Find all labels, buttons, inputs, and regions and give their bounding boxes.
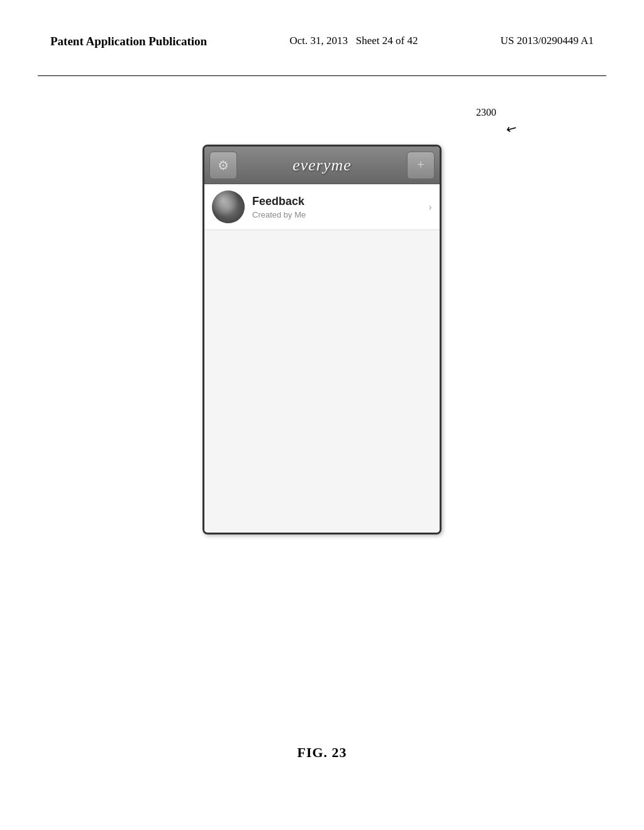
list-item[interactable]: Feedback Created by Me › [204, 184, 440, 230]
diagram-label: 2300 [476, 107, 496, 118]
app-title: everyme [292, 156, 352, 175]
list-item-title: Feedback [252, 195, 423, 208]
app-list: Feedback Created by Me › [204, 184, 440, 230]
figure-label: FIG. 23 [297, 744, 347, 761]
patent-number: US 2013/0290449 A1 [501, 35, 594, 47]
add-button[interactable]: + [407, 152, 435, 179]
phone-mockup: ⚙ everyme + Feedback Created by Me › [203, 145, 441, 534]
diagram-arrow-icon: ↙ [503, 119, 520, 137]
header-divider [38, 75, 606, 76]
chevron-right-icon: › [428, 201, 432, 214]
patent-header: Patent Application Publication Oct. 31, … [50, 35, 594, 48]
settings-button[interactable]: ⚙ [209, 152, 237, 179]
app-content-area [204, 230, 440, 534]
patent-title: Patent Application Publication [50, 35, 207, 48]
app-navbar: ⚙ everyme + [204, 147, 440, 184]
diagram-number: 2300 [476, 107, 496, 118]
plus-icon: + [417, 158, 424, 172]
patent-sheet: Sheet 24 of 42 [356, 35, 418, 47]
patent-meta: Oct. 31, 2013 Sheet 24 of 42 [289, 35, 418, 47]
list-item-subtitle: Created by Me [252, 210, 423, 219]
list-item-text: Feedback Created by Me [252, 195, 423, 219]
patent-date: Oct. 31, 2013 [289, 35, 348, 47]
avatar-image [212, 191, 245, 223]
gear-icon: ⚙ [218, 158, 229, 173]
avatar [212, 191, 245, 223]
